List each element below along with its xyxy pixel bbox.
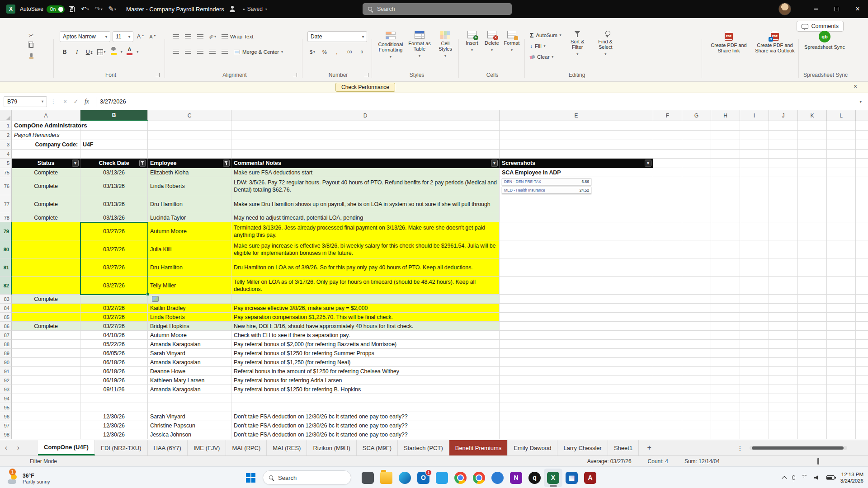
row-header-88[interactable]: 88	[0, 340, 12, 349]
cell-B97[interactable]: 12/30/26	[80, 421, 148, 430]
chrome-profile2-icon[interactable]	[470, 469, 488, 487]
row-header-86[interactable]: 86	[0, 322, 12, 331]
sheet-tab-sca-m9f-[interactable]: SCA (M9F)	[357, 440, 398, 455]
cell-F81[interactable]	[653, 258, 682, 277]
align-bottom-button[interactable]	[195, 32, 205, 42]
cell-G4[interactable]	[682, 150, 711, 159]
column-header-J[interactable]: J	[769, 110, 798, 121]
status-sum[interactable]: Sum: 12/14/04	[684, 458, 720, 465]
confirm-entry-icon[interactable]: ✓	[71, 98, 81, 105]
cell-K82[interactable]	[798, 277, 827, 295]
alignment-dialog-launcher[interactable]	[293, 73, 297, 77]
cell-I84[interactable]	[740, 304, 769, 313]
cell-B82[interactable]: 03/27/26	[80, 277, 148, 295]
cell-E83[interactable]	[500, 295, 653, 304]
expand-formula-bar-icon[interactable]: ▾	[859, 99, 862, 104]
cell-K77[interactable]	[798, 195, 827, 213]
cell-H75[interactable]	[711, 168, 740, 177]
cell-B79[interactable]: 03/27/26	[80, 222, 148, 240]
row-header-1[interactable]: 1	[0, 121, 12, 131]
row-header-85[interactable]: 85	[0, 313, 12, 322]
cell-F3[interactable]	[653, 140, 682, 150]
cell-G80[interactable]	[682, 240, 711, 258]
cell-L4[interactable]	[827, 150, 856, 159]
cell-C75[interactable]: Elizabeth Kloha	[148, 168, 231, 177]
cell-I4[interactable]	[740, 150, 769, 159]
cell-L3[interactable]	[827, 140, 856, 150]
align-middle-button[interactable]	[183, 32, 193, 42]
column-header-F[interactable]: F	[653, 110, 682, 121]
decrease-indent-button[interactable]	[208, 47, 217, 57]
cell-B91[interactable]: 06/18/26	[80, 367, 148, 376]
cell-C91[interactable]: Deanne Howe	[148, 367, 231, 376]
cell-C92[interactable]: Kathleen Mary Larsen	[148, 376, 231, 385]
cell-I82[interactable]	[740, 277, 769, 295]
column-header-K[interactable]: K	[798, 110, 827, 121]
conditional-formatting-button[interactable]: Conditional Formatting▾	[377, 31, 404, 71]
cell-B1[interactable]	[80, 121, 148, 131]
row-header-81[interactable]: 81	[0, 258, 12, 277]
sheet-tab-fdi-nr2-txu-[interactable]: FDI (NR2-TXU)	[95, 440, 148, 455]
cell-H2[interactable]	[711, 131, 740, 140]
cell-K3[interactable]	[798, 140, 827, 150]
cell-E97[interactable]	[500, 421, 653, 430]
row-header-84[interactable]: 84	[0, 304, 12, 313]
cell-H83[interactable]	[711, 295, 740, 304]
cell-D89[interactable]: Pay referral bonus of $1250 for referrin…	[231, 349, 500, 358]
font-size-select[interactable]: 11▾	[113, 31, 133, 42]
create-pdf-share-link-button[interactable]: Create PDF and Share link	[708, 31, 750, 71]
cell-G96[interactable]	[682, 412, 711, 421]
cell-G79[interactable]	[682, 222, 711, 240]
cell-A90[interactable]	[12, 358, 80, 367]
taskbar-search-input[interactable]: Search	[263, 470, 351, 485]
cell-K92[interactable]	[798, 376, 827, 385]
cell-J92[interactable]	[769, 376, 798, 385]
cell-G98[interactable]	[682, 430, 711, 439]
cell-L1[interactable]	[827, 121, 856, 131]
cell-L75[interactable]	[827, 168, 856, 177]
cell-E91[interactable]	[500, 367, 653, 376]
cell-C2[interactable]	[148, 131, 231, 140]
close-button[interactable]: ×	[847, 0, 868, 18]
cell-H79[interactable]	[711, 222, 740, 240]
cell-D82[interactable]: Telly Miller on LOA as of 3/17/26. Only …	[231, 277, 500, 295]
cell-J93[interactable]	[769, 385, 798, 394]
cell-A76[interactable]: Complete	[12, 177, 80, 195]
redo-button[interactable]: ↷▾	[92, 2, 105, 16]
cell-D84[interactable]: Pay increase effective 3/8/26, make sure…	[231, 304, 500, 313]
cell-D94[interactable]	[231, 394, 500, 403]
cell-J89[interactable]	[769, 349, 798, 358]
cell-J81[interactable]	[769, 258, 798, 277]
cell-H96[interactable]	[711, 412, 740, 421]
embedded-image-icon[interactable]	[152, 296, 159, 302]
cell-E82[interactable]	[500, 277, 653, 295]
cell-D81[interactable]: Dru Hamilton on LOA as of 3/9/26. So for…	[231, 258, 500, 277]
tab-scroll-left-icon[interactable]: ‹	[0, 440, 12, 455]
cell-B92[interactable]: 06/19/26	[80, 376, 148, 385]
cell-L79[interactable]	[827, 222, 856, 240]
cell-B88[interactable]: 05/22/26	[80, 340, 148, 349]
column-header-I[interactable]: I	[740, 110, 769, 121]
cell-E95[interactable]	[500, 403, 653, 412]
filter-button[interactable]: ▾	[491, 160, 498, 167]
cell-I78[interactable]	[740, 213, 769, 222]
cell-G90[interactable]	[682, 358, 711, 367]
cell-D95[interactable]	[231, 403, 500, 412]
cell-K89[interactable]	[798, 349, 827, 358]
cell-G95[interactable]	[682, 403, 711, 412]
cell-F79[interactable]	[653, 222, 682, 240]
cell-H86[interactable]	[711, 322, 740, 331]
cell-F89[interactable]	[653, 349, 682, 358]
cell-G93[interactable]	[682, 385, 711, 394]
cell-G75[interactable]	[682, 168, 711, 177]
cell-K84[interactable]	[798, 304, 827, 313]
mic-icon[interactable]	[792, 475, 795, 480]
start-button[interactable]	[246, 473, 255, 483]
cell-L81[interactable]	[827, 258, 856, 277]
cell-B98[interactable]: 12/30/26	[80, 430, 148, 439]
cell-H90[interactable]	[711, 358, 740, 367]
cell-E75[interactable]: SCA Employee in ADP	[500, 168, 653, 177]
row-header-91[interactable]: 91	[0, 367, 12, 376]
autosave-toggle[interactable]: On	[47, 5, 65, 13]
cell-H81[interactable]	[711, 258, 740, 277]
